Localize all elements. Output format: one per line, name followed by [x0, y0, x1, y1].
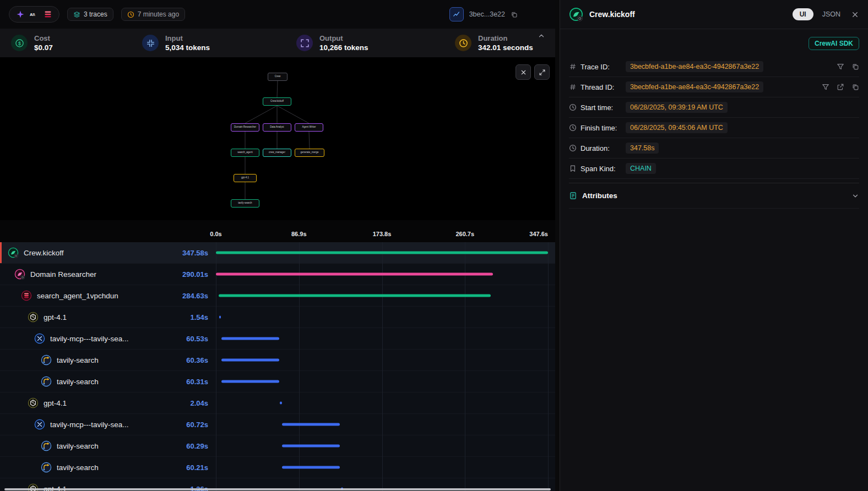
horizontal-scrollbar[interactable] — [4, 488, 551, 490]
span-label: tavily-mcp---tavily-sea... — [50, 335, 129, 343]
axis-tick: 86.9s — [291, 231, 307, 237]
clock-icon — [455, 35, 471, 51]
graph-node[interactable]: Agent Writer — [295, 123, 323, 132]
hash-icon — [569, 63, 577, 71]
traces-count-badge[interactable]: 3 traces — [67, 8, 113, 21]
span-duration: 60.29s — [186, 442, 208, 450]
attributes-section-header[interactable]: Attributes — [569, 183, 859, 209]
detail-fields: Trace ID:3becbfed-a1be-ae84-ea3c-4942867… — [569, 57, 859, 179]
route-icon — [41, 440, 52, 451]
trace-row[interactable]: search_agent_1vpchdun284.63s — [0, 285, 555, 307]
field-value[interactable]: CHAIN — [626, 163, 656, 174]
clock-icon — [569, 144, 577, 152]
span-label: tavily-search — [57, 463, 99, 472]
span-duration: 1.54s — [190, 313, 208, 321]
trace-row[interactable]: tavily-mcp---tavily-sea...60.53s — [0, 328, 555, 350]
span-track — [216, 328, 548, 349]
span-duration: 60.21s — [186, 463, 208, 472]
trace-row[interactable]: tavily-mcp---tavily-sea...60.72s — [0, 414, 555, 435]
trace-row[interactable]: gpt-4.12.04s — [0, 392, 555, 414]
copy-icon[interactable] — [851, 63, 859, 70]
stat-value: 5,034 tokens — [165, 43, 210, 52]
duration-bar — [216, 273, 493, 276]
trace-row[interactable]: Domain Researcher290.01s — [0, 264, 555, 285]
graph-controls — [516, 64, 550, 80]
sdk-row: CrewAI SDK — [560, 29, 868, 57]
span-track — [216, 242, 548, 263]
chevron-up-icon[interactable] — [538, 32, 545, 40]
topbar: AI\ 3 traces 7 minutes ago 3bec...3e22 — [0, 0, 555, 29]
filter-icon[interactable] — [837, 63, 844, 70]
clock-icon — [127, 11, 134, 18]
field-label: Thread ID: — [581, 83, 626, 91]
layers-red-logo-icon — [44, 10, 52, 19]
trace-row[interactable]: tavily-search60.29s — [0, 435, 555, 457]
tab-ui[interactable]: UI — [793, 8, 813, 20]
time-ago-badge: 7 minutes ago — [121, 8, 185, 21]
span-label: gpt-4.1 — [44, 313, 67, 321]
waterfall-rows: Crew.kickoff347.58sDomain Researcher290.… — [0, 242, 555, 491]
copy-trace-id-icon[interactable] — [511, 11, 518, 18]
span-track — [216, 435, 548, 456]
trace-row[interactable]: gpt-4.11.54s — [0, 307, 555, 328]
external-link-icon[interactable] — [837, 83, 844, 91]
field-value[interactable]: 3becbfed-a1be-ae84-ea3c-4942867a3e22 — [626, 81, 763, 92]
field-value[interactable]: 3becbfed-a1be-ae84-ea3c-4942867a3e22 — [626, 61, 763, 72]
expand-icon — [539, 69, 546, 76]
graph-node[interactable]: Crew.kickoff — [263, 97, 291, 106]
close-graph-button[interactable] — [516, 64, 531, 80]
mini-graph[interactable]: CrewCrew.kickoffDomain ResearcherData An… — [0, 57, 555, 220]
clock-icon — [569, 124, 577, 132]
graph-node[interactable]: tavily-search — [231, 199, 259, 208]
graph-node[interactable]: crew_manager — [263, 149, 291, 157]
route-icon — [41, 376, 52, 387]
graph-node[interactable]: generate_merge — [295, 149, 324, 157]
bookmark-icon — [569, 165, 577, 173]
tab-json[interactable]: JSON — [822, 10, 840, 18]
stat-label: Input — [165, 34, 210, 42]
span-track — [216, 264, 548, 285]
chevron-down-icon — [851, 192, 859, 200]
svg-text:AI\: AI\ — [30, 12, 35, 17]
field-label: Finish time: — [581, 124, 626, 132]
filter-icon[interactable] — [822, 83, 829, 91]
stat-label: Cost — [34, 34, 53, 42]
view-tabs: UI JSON — [793, 8, 840, 20]
trace-viewer-app: AI\ 3 traces 7 minutes ago 3bec...3e22 $… — [0, 0, 868, 491]
close-icon — [520, 69, 527, 76]
span-duration: 60.31s — [186, 378, 208, 386]
anthropic-logo-icon: AI\ — [30, 10, 39, 19]
trace-row[interactable]: Crew.kickoff347.58s — [0, 242, 555, 264]
span-duration: 347.58s — [182, 249, 208, 257]
field-value[interactable]: 06/28/2025, 09:39:19 AM UTC — [626, 102, 728, 113]
chart-button[interactable] — [449, 7, 464, 21]
detail-panel: Crew.kickoff UI JSON CrewAI SDK Trace ID… — [560, 0, 868, 491]
axis-tick: 260.7s — [455, 231, 474, 237]
graph-node[interactable]: gpt-4.1 — [234, 174, 257, 182]
agent-icon — [14, 269, 25, 280]
field-value[interactable]: 347.58s — [626, 143, 659, 154]
trace-row[interactable]: tavily-search60.31s — [0, 371, 555, 392]
duration-bar — [280, 402, 282, 405]
timeline-axis: 0.0s86.9s173.8s260.7s347.6s — [0, 220, 555, 242]
duration-bar — [216, 252, 548, 254]
graph-node[interactable]: Crew — [268, 73, 287, 81]
expand-graph-button[interactable] — [534, 64, 550, 80]
close-panel-icon[interactable] — [851, 10, 859, 19]
trace-row[interactable]: tavily-search60.36s — [0, 350, 555, 371]
copy-icon[interactable] — [851, 83, 859, 91]
span-label: tavily-search — [57, 356, 99, 364]
crew-icon — [8, 247, 19, 258]
duration-bar — [219, 316, 221, 319]
graph-node[interactable]: search_agent — [231, 149, 259, 157]
detail-header: Crew.kickoff UI JSON — [560, 0, 868, 29]
graph-node[interactable]: Data Analyst — [263, 123, 291, 132]
graph-node[interactable]: Domain Researcher — [231, 123, 259, 132]
compress-icon — [142, 35, 159, 51]
stat-cost: $Cost$0.07 — [11, 34, 142, 52]
field-value[interactable]: 06/28/2025, 09:45:06 AM UTC — [626, 122, 728, 133]
field-label: Start time: — [581, 103, 626, 112]
chart-line-icon — [453, 10, 460, 18]
trace-row[interactable]: tavily-search60.21s — [0, 457, 555, 478]
route-icon — [41, 462, 52, 473]
